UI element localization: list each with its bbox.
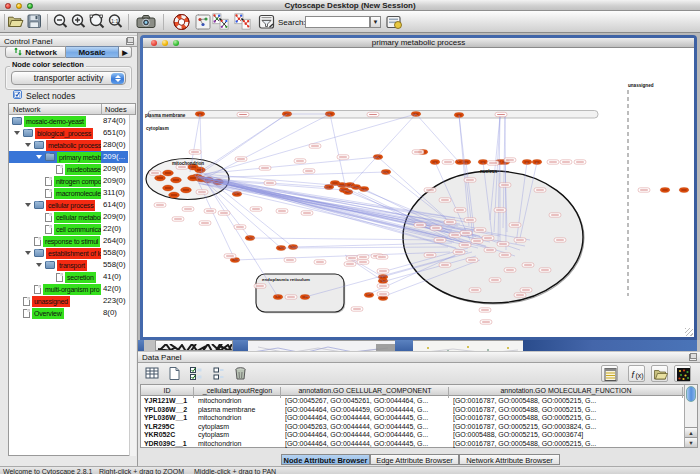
svg-text:1:1: 1:1 (111, 18, 119, 24)
svg-text:mitochondrion: mitochondrion (172, 161, 204, 166)
svg-text:endoplasmic reticulum: endoplasmic reticulum (262, 277, 310, 282)
svg-text:nucleus: nucleus (480, 169, 498, 174)
svg-text:unassigned: unassigned (628, 83, 654, 88)
svg-text:(x): (x) (635, 372, 643, 380)
svg-text:plasma membrane: plasma membrane (145, 113, 186, 118)
svg-text:cytoplasm: cytoplasm (146, 126, 169, 131)
